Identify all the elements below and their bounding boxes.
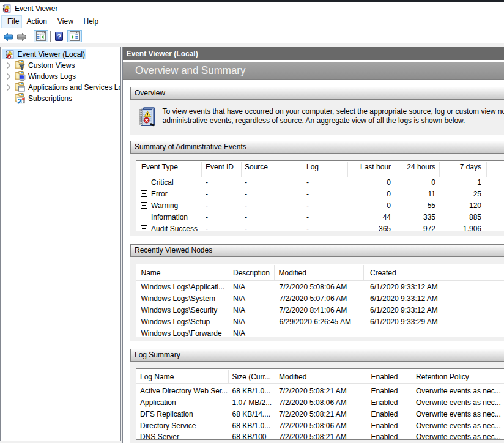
- svg-text:?: ?: [57, 33, 61, 40]
